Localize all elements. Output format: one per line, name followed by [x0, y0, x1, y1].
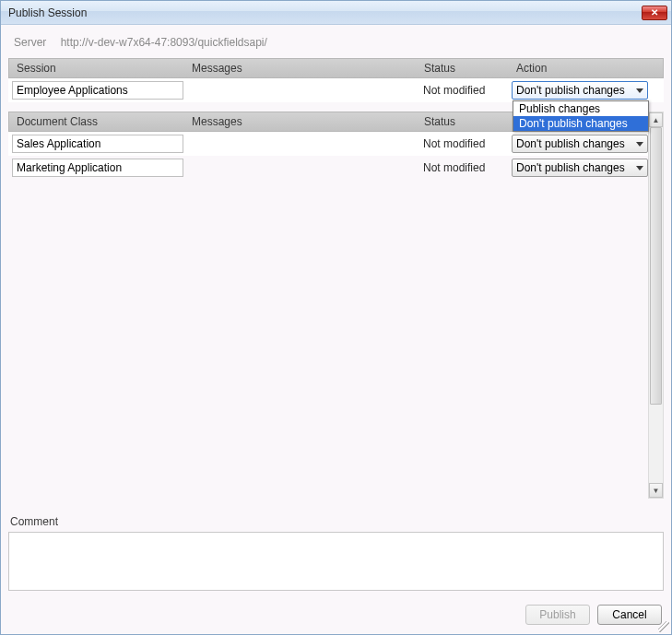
publish-session-dialog: Publish Session ✕ Server http://v-dev-w7…	[0, 0, 672, 635]
combo-text: Don't publish changes	[516, 84, 632, 97]
scroll-thumb[interactable]	[650, 127, 662, 405]
dropdown-option-dont-publish[interactable]: Don't publish changes	[513, 116, 648, 131]
session-name-input[interactable]	[12, 81, 183, 100]
header-status-2: Status	[420, 115, 513, 128]
session-row: Not modified Don't publish changes Publi…	[8, 78, 664, 102]
comment-textarea[interactable]	[8, 532, 664, 591]
docclass-status: Not modified	[419, 137, 512, 150]
close-icon: ✕	[651, 7, 658, 18]
docclass-row: Not modified Don't publish changes	[8, 132, 664, 156]
comment-label: Comment	[8, 513, 664, 532]
header-session: Session	[9, 62, 188, 75]
session-status: Not modified	[419, 84, 512, 97]
chevron-down-icon	[636, 166, 643, 171]
title-bar[interactable]: Publish Session ✕	[1, 1, 671, 25]
chevron-down-icon	[636, 142, 643, 147]
publish-button[interactable]: Publish	[525, 605, 590, 625]
header-status: Status	[420, 62, 513, 75]
chevron-down-icon	[636, 88, 643, 93]
docclass-row: Not modified Don't publish changes	[8, 156, 664, 180]
header-docclass: Document Class	[9, 115, 188, 128]
scroll-down-button[interactable]: ▼	[649, 483, 663, 498]
header-messages: Messages	[188, 62, 420, 75]
server-url: http://v-dev-w7x64-47:8093/quickfieldsap…	[61, 36, 267, 49]
server-label: Server	[14, 36, 46, 49]
resize-grip-icon[interactable]	[658, 621, 669, 632]
server-line: Server http://v-dev-w7x64-47:8093/quickf…	[8, 32, 664, 58]
dropdown-option-publish[interactable]: Publish changes	[513, 101, 648, 116]
docclass-action-combo[interactable]: Don't publish changes	[512, 135, 648, 153]
window-title: Publish Session	[8, 6, 642, 19]
session-header-row: Session Messages Status Action	[8, 58, 664, 78]
docclass-status: Not modified	[419, 161, 512, 174]
cancel-button[interactable]: Cancel	[597, 605, 662, 625]
combo-text: Don't publish changes	[516, 137, 632, 150]
comment-section: Comment	[8, 508, 664, 594]
header-action: Action	[513, 62, 642, 75]
session-action-dropdown: Publish changes Don't publish changes	[513, 100, 649, 132]
close-button[interactable]: ✕	[642, 6, 667, 20]
scroll-track[interactable]	[649, 127, 663, 483]
scroll-up-button[interactable]: ▲	[649, 112, 663, 127]
docclass-name-input[interactable]	[12, 135, 183, 153]
vertical-scrollbar[interactable]: ▲ ▼	[648, 112, 664, 499]
dialog-content: Server http://v-dev-w7x64-47:8093/quickf…	[1, 25, 671, 634]
combo-text: Don't publish changes	[516, 161, 632, 174]
dialog-buttons: Publish Cancel	[8, 594, 664, 627]
docclass-action-combo[interactable]: Don't publish changes	[512, 159, 648, 177]
tables-area: Session Messages Status Action Not modif…	[8, 58, 664, 180]
session-action-combo[interactable]: Don't publish changes Publish changes Do…	[512, 81, 648, 100]
docclass-name-input[interactable]	[12, 159, 183, 177]
header-messages-2: Messages	[188, 115, 420, 128]
